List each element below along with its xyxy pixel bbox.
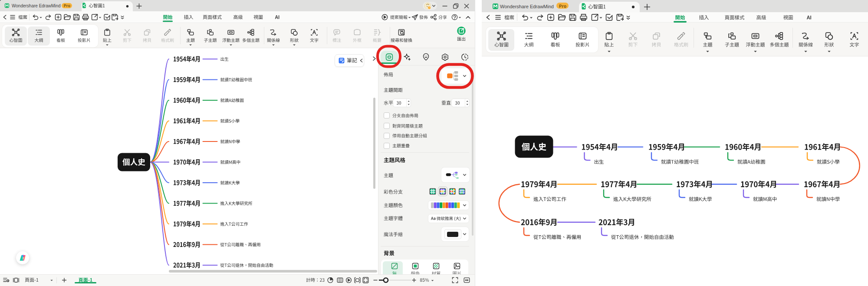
- svg-text:Wondershare EdrawMind: Wondershare EdrawMind: [500, 4, 554, 9]
- svg-text:Wondershare EdrawMind: Wondershare EdrawMind: [12, 3, 61, 8]
